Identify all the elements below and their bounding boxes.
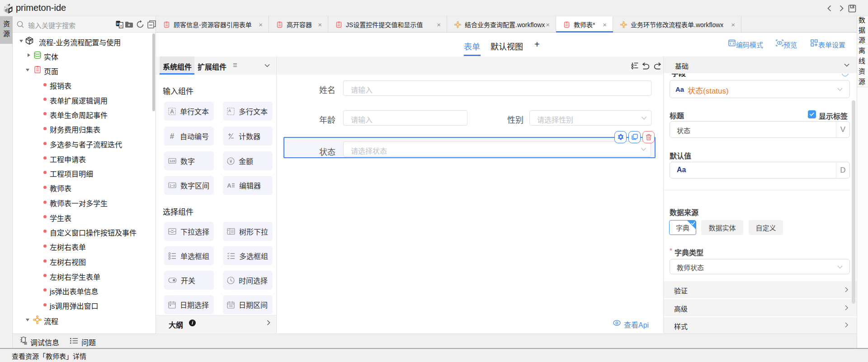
svg-text:1~3: 1~3 [170, 184, 175, 187]
svg-text:¥: ¥ [229, 158, 232, 164]
svg-text:#: # [170, 132, 175, 140]
svg-text:A: A [228, 108, 231, 113]
svg-text:A: A [170, 108, 174, 115]
svg-text:A: A [227, 182, 231, 189]
svg-text:123: 123 [170, 159, 175, 163]
svg-text:x: x [120, 24, 122, 28]
